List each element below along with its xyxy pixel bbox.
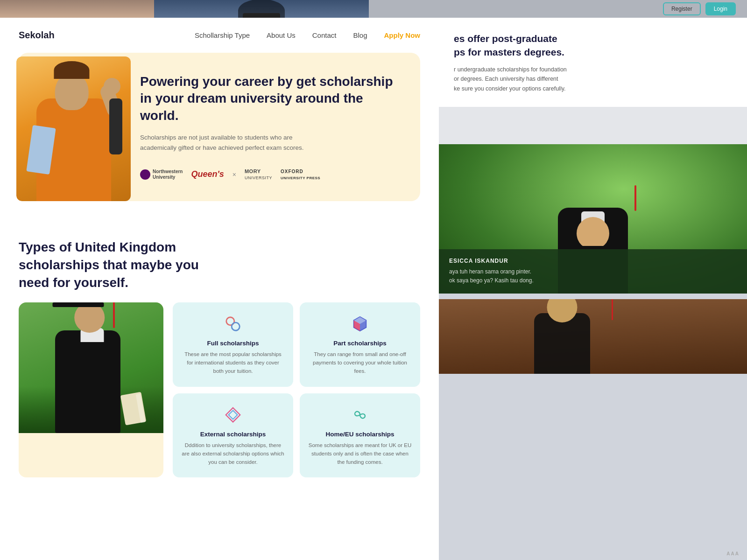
scholarship-section-heading: Types of United Kingdom scholarships tha… xyxy=(0,224,439,302)
part-scholarship-desc: They can range from small and one-off pa… xyxy=(308,350,412,375)
external-scholarship-desc: Dddition to university scholarships, the… xyxy=(181,441,285,466)
external-scholarship-card: External scholarships Dddition to univer… xyxy=(173,393,293,477)
separator-x: × xyxy=(233,171,236,178)
right-grad-photo-section: ESICCA ISKANDUR aya tuh heran sama orang… xyxy=(439,144,747,294)
testimonial-overlay: ESICCA ISKANDUR aya tuh heran sama orang… xyxy=(439,249,747,293)
login-button[interactable]: Login xyxy=(705,2,736,15)
part-scholarship-title: Part scholarships xyxy=(333,340,386,347)
section-title: Types of United Kingdom scholarships tha… xyxy=(19,238,215,291)
full-scholarship-title: Full scholarships xyxy=(207,340,259,347)
hero-title: Powering your career by get scholarship … xyxy=(140,73,400,124)
hero-subtitle: Scholarships are not just available to s… xyxy=(140,133,317,154)
top-bar: Register Login xyxy=(439,0,747,18)
nav-scholarship-type[interactable]: Schollarship Type xyxy=(195,31,250,39)
graduate-photo-card xyxy=(19,302,163,477)
site-logo: Sekolah xyxy=(19,30,55,41)
right-grey-spacer xyxy=(439,107,747,144)
full-scholarship-icon xyxy=(223,314,243,334)
nav-blog[interactable]: Blog xyxy=(353,31,367,39)
svg-marker-7 xyxy=(229,410,238,419)
external-scholarship-title: External scholarships xyxy=(200,431,266,438)
external-scholarship-icon xyxy=(223,405,243,425)
svg-point-1 xyxy=(232,323,240,331)
right-body-text: r undergraduate scholarships for foundat… xyxy=(454,65,732,94)
hero-student-image xyxy=(16,56,131,201)
bottom-watermark: AAA xyxy=(726,551,740,556)
full-scholarship-desc: These are the most popular scholarships … xyxy=(181,350,285,375)
full-scholarship-card: Full scholarships These are the most pop… xyxy=(173,302,293,386)
part-scholarship-icon xyxy=(350,314,370,334)
nav-links: Schollarship Type About Us Contact Blog … xyxy=(195,31,420,40)
right-second-photo xyxy=(439,299,747,374)
northwestern-logo: NorthwesternUniversity xyxy=(140,169,183,180)
testimonial-text: aya tuh heran sama orang pinter. ok saya… xyxy=(449,267,737,285)
scholarship-type-grid: Full scholarships These are the most pop… xyxy=(173,302,420,477)
nav-contact[interactable]: Contact xyxy=(312,31,337,39)
right-top-content: es offer post-graduate ps for masters de… xyxy=(439,18,747,107)
main-website-panel: Sekolah Schollarship Type About Us Conta… xyxy=(0,18,439,560)
part-scholarship-card: Part scholarships They can range from sm… xyxy=(300,302,420,386)
register-button[interactable]: Register xyxy=(663,2,701,15)
oxford-logo: OXFORDUNIVERSITY PRESS xyxy=(281,168,320,181)
cards-container: Full scholarships These are the most pop… xyxy=(0,302,439,496)
graduate-photo xyxy=(19,302,163,433)
nav-apply-now[interactable]: Apply Now xyxy=(384,31,421,39)
hero-section: Powering your career by get scholarship … xyxy=(0,53,439,224)
navbar: Sekolah Schollarship Type About Us Conta… xyxy=(0,18,439,53)
homeeu-scholarship-title: Home/EU scholarships xyxy=(325,431,394,438)
right-sidebar-panel: es offer post-graduate ps for masters de… xyxy=(439,18,747,560)
homeeu-scholarship-desc: Some scholarships are meant for UK or EU… xyxy=(308,441,412,466)
nav-about-us[interactable]: About Us xyxy=(267,31,296,39)
hero-card: Powering your career by get scholarship … xyxy=(19,53,420,201)
homeeu-scholarship-icon xyxy=(350,405,370,425)
testimonial-name: ESICCA ISKANDUR xyxy=(449,258,737,264)
homeeu-scholarship-card: Home/EU scholarships Some scholarships a… xyxy=(300,393,420,477)
queens-logo: Queen's xyxy=(191,169,224,179)
mory-logo: MORYUNIVERSITY xyxy=(245,168,272,181)
university-logos-row: NorthwesternUniversity Queen's × MORYUNI… xyxy=(140,168,400,181)
right-heading: es offer post-graduate ps for masters de… xyxy=(454,32,732,59)
